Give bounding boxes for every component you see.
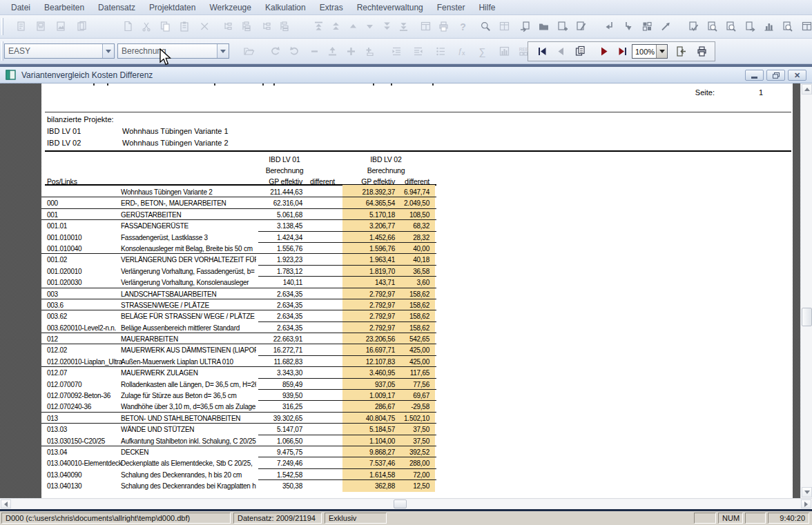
scroll-left-button[interactable] (1, 499, 11, 508)
cell-pos: 001.010010 (47, 232, 81, 244)
col-sub-lv02: Berechnung (345, 166, 427, 175)
close-button[interactable]: ✕ (788, 70, 806, 81)
branch-back-icon[interactable] (604, 21, 617, 33)
nav-prev-icon[interactable] (555, 46, 568, 58)
cell-lv01-gp: 1.783,12 (235, 266, 302, 277)
search-icon[interactable] (480, 21, 492, 33)
cell-lv02-gp: 12.107,83 (342, 357, 395, 368)
cell-lv02-gp: 1.452,66 (342, 232, 395, 244)
cell-lv02-gp: 1.009,17 (342, 390, 395, 402)
report-preview-icon (15, 21, 28, 33)
menu-item-kalkulation[interactable]: Kalkulation (258, 1, 313, 14)
project-folder-icon[interactable] (538, 21, 550, 33)
svg-text:?: ? (460, 21, 466, 32)
help-icon: ? (457, 21, 470, 33)
nav-first-icon[interactable] (536, 46, 549, 58)
nav-last-icon[interactable] (617, 46, 629, 58)
status-bar: D000 (c:\users\chris\documents\allright\… (0, 511, 812, 525)
chevron-down-icon[interactable] (217, 44, 229, 58)
open-folder-icon (243, 46, 255, 58)
import-icon[interactable] (519, 21, 532, 33)
scroll-right-button[interactable] (801, 499, 811, 508)
move-last-icon (398, 21, 410, 33)
mode-combobox[interactable]: Berechnung (117, 43, 229, 59)
tile-windows-icon[interactable] (641, 21, 654, 33)
cell-lv01-gp: 2.634,35 (235, 323, 302, 334)
menu-item-hilfe[interactable]: Hilfe (472, 1, 502, 14)
sum-icon: ∑ (476, 46, 489, 58)
horizontal-scrollbar[interactable] (0, 498, 812, 509)
mouse-cursor (159, 48, 172, 70)
preview-document-icon[interactable] (706, 21, 719, 33)
menu-item-fenster[interactable]: Fenster (430, 1, 472, 14)
cell-lv02-gp: 2.792,97 (342, 289, 395, 300)
cell-lv02-gp: 23.206,56 (342, 334, 395, 345)
preview-document2-icon[interactable] (725, 21, 737, 33)
table-row: 013.03WÄNDE UND STÜTZEN5.147,075.184,573… (41, 424, 436, 435)
menu-item-rechteverwaltung[interactable]: Rechteverwaltung (350, 1, 430, 14)
minimize-button[interactable] (745, 70, 764, 81)
layout-columns-icon (499, 21, 511, 33)
table-row: 012.07MAUERWERK ZULAGEN3.343,303.460,951… (41, 367, 436, 378)
print-icon (438, 21, 450, 33)
cell-different: 158,62 (395, 289, 429, 300)
goto-icon[interactable] (660, 21, 673, 33)
window-document-icon[interactable] (801, 21, 812, 33)
cell-different: 3,60 (395, 277, 429, 288)
cell-pos: 013.030150-C20/25 (47, 436, 105, 447)
restore-button[interactable] (766, 70, 785, 81)
reb-icon: REB (518, 46, 530, 58)
toolbar-secondary: EASY Berechnung 100% ƒx∑REB (0, 39, 812, 64)
menu-item-datei[interactable]: Datei (4, 1, 37, 14)
cell-different: 40,00 (395, 244, 429, 255)
indent-level-icon (279, 21, 291, 33)
cell-different: 6.947,74 (395, 187, 429, 198)
horizontal-scroll-thumb[interactable] (394, 499, 407, 508)
chart-icon (499, 46, 511, 58)
branch-down-icon[interactable] (623, 21, 635, 33)
menu-item-extras[interactable]: Extras (313, 1, 350, 14)
menu-item-datensatz[interactable]: Datensatz (91, 1, 142, 14)
page-label: Seite: (659, 88, 715, 97)
menu-item-werkzeuge[interactable]: Werkzeuge (202, 1, 258, 14)
exit-icon[interactable] (675, 46, 688, 58)
cell-lv01-gp: 9.475,75 (235, 447, 302, 458)
project-name: Wohnhaus Tübingen Variante 2 (122, 139, 229, 147)
check-document-icon[interactable] (688, 21, 700, 33)
edit-document-icon[interactable] (575, 21, 588, 33)
vertical-scroll-thumb[interactable] (802, 308, 812, 326)
add-document-icon[interactable] (557, 21, 569, 33)
status-empty-2 (745, 513, 766, 524)
project-code: IBD LV 02 (47, 139, 81, 147)
forward-document-icon[interactable] (744, 21, 757, 33)
preview-document3-icon[interactable] (782, 21, 794, 33)
cell-different: 158,62 (395, 311, 429, 322)
menu-item-bearbeiten[interactable]: Bearbeiten (37, 1, 91, 14)
cell-pos: 000 (47, 198, 58, 209)
chevron-down-icon[interactable] (656, 45, 667, 58)
cell-lv02-gp: 3.460,95 (342, 368, 395, 379)
scroll-down-button[interactable] (802, 487, 812, 497)
vertical-scrollbar[interactable] (800, 83, 812, 498)
toolbar-grip (1, 41, 3, 61)
cell-pos: 003 (47, 289, 58, 300)
cell-lv02-gp: 937,05 (342, 379, 395, 390)
remove-row-icon (309, 46, 321, 58)
view-combobox[interactable]: EASY (4, 43, 115, 59)
table-row: 012.070092-Beton-36Zulage für Stürze aus… (41, 390, 436, 401)
pages-icon[interactable] (574, 46, 587, 58)
col-sub-lv01: Berechnung (243, 166, 326, 175)
table-row: 001.020030Verlängerung Vorhaltung, Konso… (41, 277, 436, 288)
zoom-combobox[interactable]: 100% (632, 44, 668, 59)
cell-lv01-gp: 1.066,50 (235, 436, 302, 447)
statistics-icon[interactable] (763, 21, 775, 33)
scroll-up-button[interactable] (802, 84, 812, 95)
cell-lv02-gp: 1.963,41 (342, 255, 395, 266)
menu-item-projektdaten[interactable]: Projektdaten (142, 1, 202, 14)
cell-different: 2.049,50 (395, 198, 429, 209)
move-down-fast-icon (381, 21, 394, 33)
cell-lv02-gp: 5.170,18 (342, 210, 395, 221)
print-report-icon[interactable] (696, 46, 708, 58)
nav-play-icon[interactable] (598, 46, 610, 58)
chevron-down-icon[interactable] (102, 44, 114, 58)
